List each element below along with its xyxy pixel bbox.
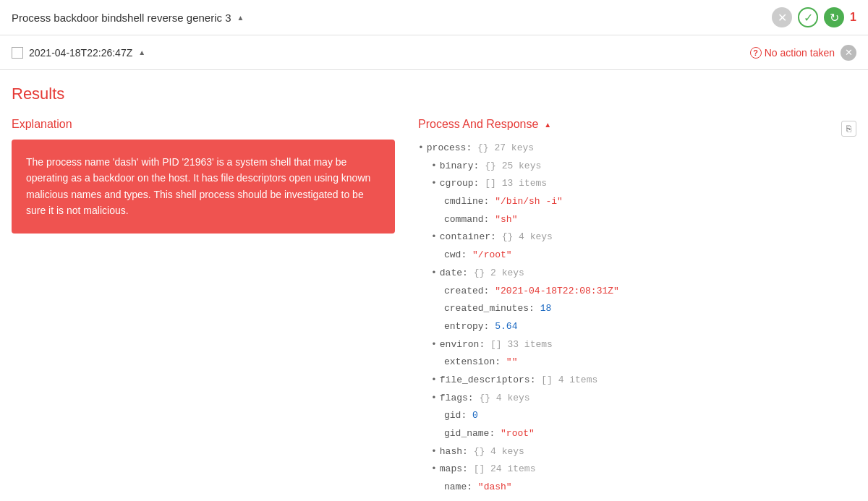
alert-title: Process backdoor bindshell reverse gener… [12, 12, 231, 24]
explanation-box: The process name 'dash' with PID '21963'… [12, 140, 395, 234]
bullet-icon: • [418, 142, 424, 153]
row-collapse-icon: ▲ [138, 48, 145, 56]
bullet-icon: • [431, 393, 437, 403]
value-number: 0 [472, 410, 478, 421]
dismiss-button[interactable]: ✕ [841, 45, 856, 61]
bullet-icon: • [431, 267, 437, 278]
tree-line: •file_descriptors: [] 4 items [418, 372, 856, 390]
meta-label: [] 33 items [490, 339, 553, 350]
process-section-header: Process And Response ▲ ⎘ [418, 118, 856, 140]
key-label: binary: [440, 160, 480, 171]
sub-header-left: 2021-04-18T22:26:47Z ▲ [12, 47, 145, 59]
tree-line: cmdline: "/bin/sh -i" [418, 193, 856, 211]
two-column-layout: Explanation The process name 'dash' with… [12, 118, 856, 501]
copy-button[interactable]: ⎘ [841, 121, 856, 137]
value-string: "sh" [495, 214, 517, 225]
key-label: gid: [444, 410, 467, 421]
bullet-icon: • [431, 463, 437, 474]
bullet-icon: • [431, 160, 437, 171]
tree-line: created: "2021-04-18T22:08:31Z" [418, 283, 856, 301]
tree-line: extension: "" [418, 354, 856, 372]
tree-line: command: "sh" [418, 211, 856, 229]
process-collapse-icon: ▲ [544, 121, 551, 129]
key-label: cgroup: [440, 178, 480, 189]
row-checkbox[interactable] [12, 47, 23, 59]
main-content: Results Explanation The process name 'da… [0, 70, 868, 501]
tree-line: •environ: [] 33 items [418, 336, 856, 354]
tree-line: •cgroup: [] 13 items [418, 175, 856, 193]
meta-label: {} 4 keys [479, 393, 529, 403]
key-label: entropy: [444, 321, 489, 332]
bullet-icon: • [431, 339, 437, 350]
key-label: cwd: [444, 249, 467, 260]
explanation-text: The process name 'dash' with PID '21963'… [26, 156, 370, 216]
tree-line: gid_name: "root" [418, 425, 856, 443]
tree-line: •network_ports: {} 14 keys [418, 497, 856, 501]
key-label: flags: [440, 393, 474, 403]
key-label: name: [444, 481, 472, 492]
meta-label: {} 4 keys [502, 231, 553, 242]
key-label: file_descriptors: [440, 374, 536, 385]
meta-label: [] 4 items [541, 374, 597, 385]
bullet-icon: • [431, 446, 437, 457]
value-number: 18 [540, 303, 552, 314]
timestamp-label: 2021-04-18T22:26:47Z [29, 47, 132, 59]
top-header: Process backdoor bindshell reverse gener… [0, 0, 868, 35]
tree-line: •binary: {} 25 keys [418, 158, 856, 176]
meta-label: {} 25 keys [485, 160, 541, 171]
refresh-button[interactable]: ↻ [824, 7, 844, 27]
bullet-icon: • [431, 231, 437, 242]
key-label: created_minutes: [444, 303, 535, 314]
close-button[interactable]: ✕ [772, 7, 792, 27]
key-label: process: [427, 142, 472, 153]
top-header-left: Process backdoor bindshell reverse gener… [12, 12, 244, 24]
no-action-text: No action taken [765, 47, 835, 59]
top-header-actions: ✕ ✓ ↻ 1 [772, 7, 856, 27]
count-badge: 1 [850, 11, 856, 24]
tree-line: cwd: "/root" [418, 247, 856, 265]
meta-label: [] 24 items [474, 463, 536, 474]
key-label: gid_name: [444, 428, 495, 439]
tree-line: entropy: 5.64 [418, 318, 856, 336]
process-response-column: Process And Response ▲ ⎘ •process: {} 27… [418, 118, 856, 501]
process-tree: •process: {} 27 keys•binary: {} 25 keys•… [418, 140, 856, 501]
process-header: Process And Response ▲ [418, 118, 551, 131]
tree-line: •process: {} 27 keys [418, 140, 856, 158]
process-section-title: Process And Response [418, 118, 538, 131]
key-label: hash: [440, 446, 468, 457]
value-string: "/bin/sh -i" [495, 196, 563, 207]
sub-header-right: ? No action taken ✕ [750, 45, 856, 61]
value-string: "" [506, 356, 518, 367]
sub-header: 2021-04-18T22:26:47Z ▲ ? No action taken… [0, 35, 868, 70]
tree-line: name: "dash" [418, 479, 856, 497]
collapse-chevron-icon: ▲ [237, 14, 244, 22]
check-button[interactable]: ✓ [798, 7, 818, 27]
tree-line: •container: {} 4 keys [418, 228, 856, 247]
tree-line: •flags: {} 4 keys [418, 390, 856, 408]
meta-label: {} 27 keys [477, 142, 534, 153]
key-label: cmdline: [444, 196, 489, 207]
key-label: created: [444, 286, 489, 296]
results-title: Results [12, 85, 856, 103]
key-label: extension: [444, 356, 501, 367]
tree-line: •date: {} 2 keys [418, 265, 856, 283]
key-label: date: [440, 267, 468, 278]
value-string: "2021-04-18T22:08:31Z" [495, 286, 619, 296]
explanation-section-title: Explanation [12, 118, 395, 131]
value-string: "/root" [472, 249, 512, 260]
value-string: "dash" [478, 481, 512, 492]
tree-line: created_minutes: 18 [418, 300, 856, 318]
meta-label: {} 4 keys [474, 446, 524, 457]
explanation-column: Explanation The process name 'dash' with… [12, 118, 395, 501]
tree-line: •maps: [] 24 items [418, 461, 856, 479]
tree-line: •hash: {} 4 keys [418, 443, 856, 461]
key-label: maps: [440, 463, 468, 474]
key-label: environ: [440, 339, 485, 350]
key-label: container: [440, 231, 496, 242]
question-icon: ? [750, 47, 762, 59]
meta-label: {} 2 keys [474, 267, 524, 278]
bullet-icon: • [431, 178, 437, 189]
bullet-icon: • [431, 374, 437, 385]
value-number: 5.64 [495, 321, 517, 332]
key-label: command: [444, 214, 489, 225]
